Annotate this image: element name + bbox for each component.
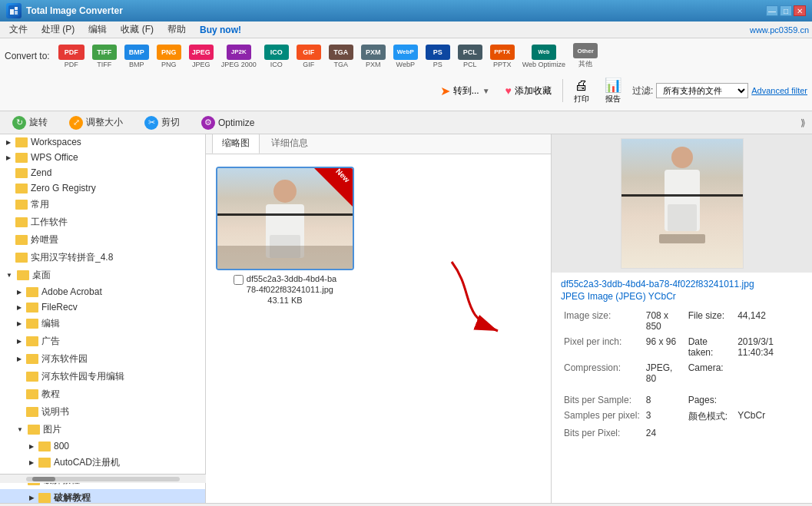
table-row: Compression: JPEG, 80 Camera:: [561, 360, 803, 386]
add-favorites-button[interactable]: ♥ 添加收藏: [501, 81, 556, 101]
resize-button[interactable]: ⤢ 调整大小: [63, 114, 129, 132]
folder-icon: [15, 235, 28, 245]
sidebar-item-800[interactable]: ▶ 800: [0, 438, 205, 454]
menu-favorites[interactable]: 收藏 (F): [114, 21, 160, 38]
item-label: WPS Office: [31, 152, 78, 163]
scrollbar-thumb[interactable]: [32, 477, 55, 481]
formats-toolbar: Convert to: PDF PDF TIFF TIFF BMP BMP PN…: [0, 38, 812, 111]
format-bmp[interactable]: BMP BMP: [122, 43, 151, 70]
menu-help[interactable]: 帮助: [161, 21, 192, 38]
sidebar-item-hd-special[interactable]: ▶ 河东软件园专用编辑: [0, 368, 205, 385]
resize-icon: ⤢: [69, 116, 83, 130]
maximize-button[interactable]: □: [780, 5, 792, 16]
format-jp2k[interactable]: JP2K JPEG 2000: [219, 43, 259, 70]
format-ico[interactable]: ICO ICO: [262, 43, 291, 70]
sidebar-item-edit[interactable]: ▶ 编辑: [0, 315, 205, 332]
crop-button[interactable]: ✂ 剪切: [138, 114, 186, 132]
format-pptx[interactable]: PPTX PPTX: [488, 43, 517, 70]
print-button[interactable]: 🖨 打印: [569, 74, 594, 107]
advanced-filter-button[interactable]: Advanced filter: [751, 86, 807, 95]
toolbar-divider: [562, 79, 563, 102]
file-name: df55c2a3-3ddb-4bd4-ba78-4f022f83241011.j…: [247, 273, 336, 296]
file-item[interactable]: New df55c2a3-3ddb-4bd4-ba78-4f022f832410…: [212, 167, 358, 305]
sidebar-item-crack-tutorial-selected[interactable]: ▶ 破解教程: [0, 489, 205, 503]
menu-file[interactable]: 文件: [3, 21, 34, 38]
tab-details[interactable]: 详细信息: [261, 134, 318, 154]
sidebar-item-zend[interactable]: ▶ Zend: [0, 165, 205, 180]
file-checkbox[interactable]: [234, 275, 244, 285]
format-pxm[interactable]: PXM PXM: [359, 43, 388, 70]
svg-rect-1: [10, 9, 14, 15]
convert-to-button[interactable]: ➤ 转到... ▼: [436, 81, 495, 101]
sidebar-item-hd-software[interactable]: ▶ 河东软件园: [0, 350, 205, 368]
preview-black-line: [621, 194, 743, 197]
sidebar-item-work-software[interactable]: ▶ 工作软件: [0, 213, 205, 231]
crop-label: 剪切: [161, 116, 180, 129]
folder-icon: [38, 442, 51, 451]
pages-value: [734, 392, 803, 408]
sidebar-item-zero-g[interactable]: ▶ Zero G Registry: [0, 180, 205, 196]
tab-thumbnails[interactable]: 缩略图: [212, 134, 260, 154]
expand-arrow: ▶: [29, 459, 34, 466]
format-tiff[interactable]: TIFF TIFF: [90, 43, 119, 70]
format-other[interactable]: Other 其他: [571, 41, 600, 71]
sidebar-item-tutorial[interactable]: ▶ 教程: [0, 385, 205, 403]
sidebar-item-pictures[interactable]: ▼ 图片: [0, 421, 205, 438]
format-pcl[interactable]: PCL PCL: [456, 43, 485, 70]
preview-details-table: Image size: 708 x 850 File size: 44,142 …: [561, 308, 803, 441]
format-ps[interactable]: PS PS: [423, 43, 452, 70]
format-webp[interactable]: WebP WebP: [391, 43, 420, 70]
jpeg-label: JPEG: [192, 61, 210, 68]
bottom-bar: 包含子文件夹 选中 取消选中 全部选中 全部取消选中 ⟫: [0, 503, 812, 506]
rotate-label: 旋转: [29, 116, 48, 129]
format-jpeg[interactable]: JPEG JPEG: [187, 43, 216, 70]
sidebar-item-nv[interactable]: ▶ 妗呭畳: [0, 231, 205, 249]
title-bar-left: Total Image Converter: [6, 3, 123, 18]
sidebar-item-manual[interactable]: ▶ 说明书: [0, 403, 205, 421]
image-size-value: 708 x 850: [643, 308, 685, 334]
sidebar-item-workspaces[interactable]: ▶ Workspaces: [0, 134, 205, 150]
report-icon: 📊: [605, 77, 621, 94]
image-size-label: Image size:: [561, 308, 643, 334]
rotate-button[interactable]: ↻ 旋转: [6, 114, 54, 132]
item-label: 说明书: [41, 405, 69, 418]
scrollbar-track[interactable]: [26, 477, 180, 481]
item-label: 图片: [43, 423, 61, 436]
sidebar-item-filerecv[interactable]: ▶ FileRecv: [0, 299, 205, 315]
samples-pixel-label: Samples per pixel:: [561, 408, 643, 425]
pixel-inch-label: Pixel per inch:: [561, 334, 643, 360]
sidebar-item-wps[interactable]: ▶ WPS Office: [0, 150, 205, 165]
filter-dropdown[interactable]: 所有支持的文件: [656, 83, 748, 98]
app-logo-icon: [6, 3, 22, 18]
sidebar-item-adobe[interactable]: ▶ Adobe Acrobat: [0, 284, 205, 299]
bits-pixel-label: Bits per Pixel:: [561, 425, 643, 441]
format-web-optimize[interactable]: Web Web Optimize: [520, 43, 568, 70]
minimize-button[interactable]: —: [766, 5, 778, 16]
sidebar-item-desktop[interactable]: ▼ 桌面: [0, 266, 205, 284]
sidebar-item-practical[interactable]: ▶ 实用汉字转拼音_4.8: [0, 249, 205, 266]
report-button[interactable]: 📊 报告: [600, 74, 626, 107]
pxm-label: PXM: [366, 61, 381, 68]
menu-edit[interactable]: 编辑: [82, 21, 113, 38]
folder-icon: [28, 425, 40, 435]
optimize-button[interactable]: ⚙ Optimize: [195, 114, 260, 132]
crop-icon: ✂: [144, 116, 158, 130]
format-tga[interactable]: TGA TGA: [326, 43, 356, 70]
sidebar-item-autocad[interactable]: ▶ AutoCAD注册机: [0, 454, 205, 471]
close-button[interactable]: ✕: [794, 5, 806, 16]
expand-panel-button[interactable]: ⟫: [800, 117, 806, 128]
website-link[interactable]: www.pc0359.cn: [750, 25, 809, 35]
pages-label: Pages:: [685, 392, 734, 408]
expand-arrow: ▶: [29, 494, 34, 501]
jp2k-label: JPEG 2000: [221, 61, 257, 68]
menu-buy[interactable]: Buy now!: [194, 23, 247, 37]
report-label: 报告: [605, 94, 621, 104]
item-label: 广告: [41, 335, 60, 348]
tiff-label: TIFF: [97, 61, 111, 68]
sidebar-item-ad[interactable]: ▶ 广告: [0, 332, 205, 350]
menu-process[interactable]: 处理 (P): [35, 21, 81, 38]
sidebar-item-normal[interactable]: ▶ 常用: [0, 196, 205, 213]
format-pdf[interactable]: PDF PDF: [56, 43, 87, 70]
format-gif[interactable]: GIF GIF: [294, 43, 323, 70]
format-png[interactable]: PNG PNG: [154, 43, 184, 70]
